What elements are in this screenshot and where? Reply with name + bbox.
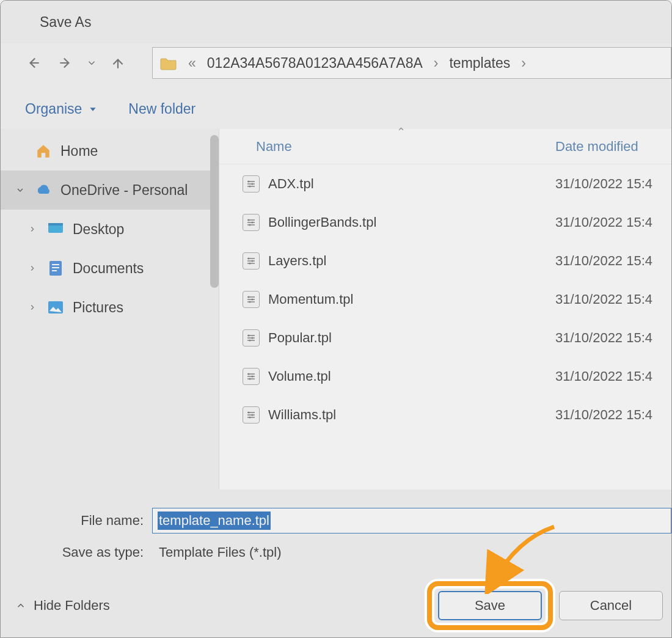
sidebar-item-documents[interactable]: Documents	[1, 249, 219, 288]
breadcrumb-segment[interactable]: templates	[449, 55, 510, 72]
chevron-down-icon	[86, 57, 97, 68]
file-row[interactable]: Popular.tpl31/10/2022 15:4	[219, 318, 671, 357]
sidebar-item-desktop[interactable]: Desktop	[1, 210, 219, 249]
nav-forward-button[interactable]	[51, 48, 80, 78]
chevron-up-icon	[15, 600, 26, 611]
file-row[interactable]: Williams.tpl31/10/2022 15:4	[219, 395, 671, 434]
arrow-right-icon	[57, 55, 73, 71]
svg-rect-5	[52, 270, 57, 271]
sidebar-item-pictures[interactable]: Pictures	[1, 288, 219, 327]
tpl-file-icon	[243, 368, 260, 385]
file-row[interactable]: Volume.tpl31/10/2022 15:4	[219, 357, 671, 395]
file-date: 31/10/2022 15:4	[543, 292, 671, 307]
file-name: Williams.tpl	[268, 407, 336, 423]
file-date: 31/10/2022 15:4	[543, 253, 671, 269]
file-name: Layers.tpl	[268, 253, 326, 269]
svg-rect-1	[48, 223, 63, 226]
file-row[interactable]: ADX.tpl31/10/2022 15:4	[219, 164, 671, 203]
cancel-button-label: Cancel	[590, 598, 632, 614]
file-name: ADX.tpl	[268, 176, 314, 192]
svg-point-26	[252, 414, 254, 416]
file-row[interactable]: BollingerBands.tpl31/10/2022 15:4	[219, 203, 671, 241]
organise-button[interactable]: Organise	[25, 101, 98, 117]
pictures-icon	[47, 299, 64, 316]
sidebar-scrollbar[interactable]	[210, 135, 219, 288]
chevron-right-icon[interactable]	[26, 225, 38, 233]
file-name-input[interactable]: template_name.tpl	[152, 508, 671, 534]
svg-point-17	[252, 298, 254, 300]
sidebar-item-onedrive[interactable]: OneDrive - Personal	[1, 170, 219, 210]
file-date: 31/10/2022 15:4	[543, 176, 671, 192]
save-type-row: Save as type: Template Files (*.tpl)	[1, 540, 671, 565]
titlebar: Save As	[1, 1, 671, 43]
svg-point-27	[249, 416, 251, 418]
chevron-right-icon[interactable]	[26, 303, 38, 312]
column-name[interactable]: Name	[219, 139, 543, 155]
file-row[interactable]: Momentum.tpl31/10/2022 15:4	[219, 280, 671, 318]
svg-point-20	[252, 337, 254, 339]
file-name-value: template_name.tpl	[158, 512, 271, 530]
sidebar-item-home[interactable]: › Home	[1, 131, 219, 170]
file-date: 31/10/2022 15:4	[543, 407, 671, 423]
svg-point-19	[248, 334, 250, 336]
column-date[interactable]: Date modified	[543, 139, 671, 155]
svg-point-21	[249, 339, 251, 341]
new-folder-button[interactable]: New folder	[128, 101, 195, 117]
sidebar-item-label: Desktop	[73, 221, 124, 238]
svg-point-22	[248, 373, 250, 375]
breadcrumb-overflow: «	[188, 55, 196, 72]
file-row[interactable]: Layers.tpl31/10/2022 15:4	[219, 241, 671, 280]
svg-point-11	[252, 221, 254, 223]
file-name-row: File name: template_name.tpl	[1, 508, 671, 534]
chevron-right-icon: ›	[434, 55, 439, 72]
bottom-panel: File name: template_name.tpl Save as typ…	[1, 490, 671, 637]
file-list-pane: ⌃ Name Date modified ADX.tpl31/10/2022 1…	[219, 129, 671, 490]
save-type-value: Template Files (*.tpl)	[159, 544, 282, 560]
file-date: 31/10/2022 15:4	[543, 215, 671, 230]
column-headers: Name Date modified	[219, 129, 671, 164]
svg-point-16	[248, 296, 250, 298]
save-button-label: Save	[475, 598, 505, 614]
file-date: 31/10/2022 15:4	[543, 330, 671, 346]
toolbar: Organise New folder	[1, 90, 671, 129]
svg-point-7	[248, 180, 250, 182]
hide-folders-button[interactable]: Hide Folders	[15, 598, 110, 614]
svg-rect-3	[52, 264, 59, 265]
svg-point-23	[252, 375, 254, 377]
breadcrumb-segment[interactable]: 012A34A5678A0123AA456A7A8A	[207, 55, 423, 72]
chevron-down-icon[interactable]	[14, 185, 26, 195]
nav-back-button[interactable]	[19, 48, 48, 78]
nav-history-button[interactable]	[82, 48, 101, 78]
desktop-icon	[47, 221, 64, 238]
tpl-file-icon	[243, 329, 260, 346]
svg-point-14	[252, 260, 254, 262]
content-area: › Home OneDrive - Personal	[1, 129, 671, 490]
save-type-label: Save as type:	[1, 544, 152, 560]
svg-point-12	[249, 224, 251, 226]
file-name: Momentum.tpl	[268, 292, 353, 307]
sidebar-item-label: OneDrive - Personal	[60, 182, 188, 199]
chevron-right-icon: ›	[521, 55, 526, 72]
sidebar-item-label: Documents	[73, 260, 144, 277]
sidebar-item-label: Home	[60, 143, 98, 160]
file-list: ADX.tpl31/10/2022 15:4BollingerBands.tpl…	[219, 164, 671, 434]
caret-down-icon	[88, 105, 98, 114]
nav-up-button[interactable]	[103, 48, 133, 78]
sort-indicator-icon: ⌃	[396, 125, 406, 139]
sidebar-item-label: Pictures	[73, 299, 123, 316]
file-name: Popular.tpl	[268, 330, 332, 346]
svg-point-18	[249, 301, 251, 302]
address-bar[interactable]: « 012A34A5678A0123AA456A7A8A › templates…	[152, 47, 671, 79]
tpl-file-icon	[243, 252, 260, 270]
chevron-right-icon[interactable]	[26, 264, 38, 273]
home-icon	[35, 142, 52, 160]
save-button[interactable]: Save	[438, 591, 542, 620]
documents-icon	[47, 260, 64, 277]
svg-point-9	[249, 185, 251, 187]
file-name: Volume.tpl	[268, 369, 331, 384]
cancel-button[interactable]: Cancel	[559, 591, 663, 620]
sidebar: › Home OneDrive - Personal	[1, 129, 219, 490]
save-type-select[interactable]: Template Files (*.tpl)	[152, 540, 671, 565]
dialog-title: Save As	[40, 14, 91, 31]
file-date: 31/10/2022 15:4	[543, 369, 671, 384]
